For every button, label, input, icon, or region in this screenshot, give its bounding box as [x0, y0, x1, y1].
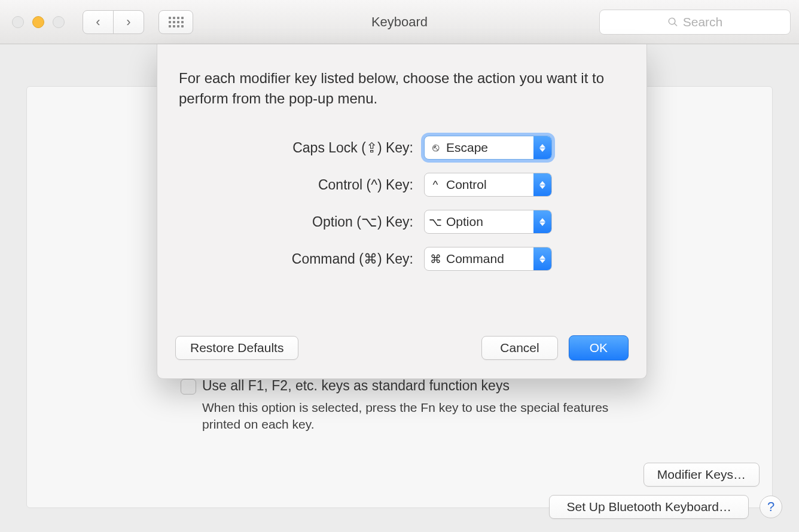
chevron-up-down-icon [533, 210, 551, 233]
caps-lock-row: Caps Lock (⇪) Key: ⎋ Escape [175, 136, 629, 160]
show-all-prefs-button[interactable] [158, 10, 193, 34]
sheet-button-row: Restore Defaults Cancel OK [175, 335, 629, 360]
grid-icon [169, 17, 184, 27]
cancel-label: Cancel [500, 341, 539, 355]
traffic-lights [12, 16, 65, 28]
command-icon: ⌘ [425, 252, 446, 266]
escape-icon: ⎋ [425, 141, 446, 154]
zoom-window-button[interactable] [53, 16, 65, 28]
forward-button[interactable]: › [113, 10, 144, 34]
search-field[interactable]: Search [599, 10, 791, 35]
minimize-window-button[interactable] [32, 16, 44, 28]
help-button[interactable]: ? [760, 496, 782, 518]
use-fn-keys-label: Use all F1, F2, etc. keys as standard fu… [202, 378, 510, 394]
caps-lock-value: Escape [446, 140, 533, 155]
modifier-keys-button-label: Modifier Keys… [657, 467, 746, 482]
ok-label: OK [590, 341, 608, 355]
chevron-right-icon: › [126, 16, 130, 29]
option-row: Option (⌥) Key: ⌥ Option [175, 210, 629, 234]
modifier-keys-sheet: For each modifier key listed below, choo… [157, 44, 647, 379]
option-value: Option [446, 215, 533, 229]
command-row: Command (⌘) Key: ⌘ Command [175, 247, 629, 271]
restore-defaults-label: Restore Defaults [190, 341, 283, 355]
window-title: Keyboard [371, 14, 428, 30]
use-fn-keys-description: When this option is selected, press the … [202, 399, 611, 433]
control-label: Control (^) Key: [318, 177, 413, 193]
help-icon: ? [767, 499, 774, 515]
window-titlebar: ‹ › Keyboard Search [0, 0, 799, 44]
use-fn-keys-checkbox[interactable] [181, 379, 196, 395]
sheet-description: For each modifier key listed below, choo… [179, 68, 625, 108]
back-button[interactable]: ‹ [83, 10, 114, 34]
setup-bluetooth-button[interactable]: Set Up Bluetooth Keyboard… [549, 495, 749, 519]
command-label: Command (⌘) Key: [292, 251, 413, 267]
workspace: Use all F1, F2, etc. keys as standard fu… [0, 44, 799, 532]
chevron-up-down-icon [533, 136, 551, 159]
caps-lock-popup[interactable]: ⎋ Escape [424, 136, 552, 160]
option-label: Option (⌥) Key: [312, 214, 413, 230]
option-icon: ⌥ [425, 215, 446, 229]
function-keys-section: Use all F1, F2, etc. keys as standard fu… [181, 378, 611, 433]
modifier-keys-button[interactable]: Modifier Keys… [644, 463, 760, 487]
control-value: Control [446, 178, 533, 192]
search-placeholder: Search [683, 15, 723, 29]
chevron-left-icon: ‹ [96, 16, 100, 29]
option-popup[interactable]: ⌥ Option [424, 210, 552, 234]
control-row: Control (^) Key: ^ Control [175, 173, 629, 197]
nav-buttons: ‹ › [83, 10, 144, 34]
cancel-button[interactable]: Cancel [481, 336, 557, 360]
close-window-button[interactable] [12, 16, 24, 28]
caps-lock-label: Caps Lock (⇪) Key: [292, 140, 413, 156]
ok-button[interactable]: OK [569, 335, 629, 360]
setup-bluetooth-label: Set Up Bluetooth Keyboard… [566, 500, 731, 514]
control-icon: ^ [425, 178, 446, 191]
chevron-up-down-icon [533, 173, 551, 196]
search-icon [667, 17, 678, 27]
chevron-up-down-icon [533, 247, 551, 270]
control-popup[interactable]: ^ Control [424, 173, 552, 197]
restore-defaults-button[interactable]: Restore Defaults [175, 336, 298, 360]
bottom-row: Set Up Bluetooth Keyboard… ? [0, 495, 799, 519]
command-popup[interactable]: ⌘ Command [424, 247, 552, 271]
command-value: Command [446, 252, 533, 266]
